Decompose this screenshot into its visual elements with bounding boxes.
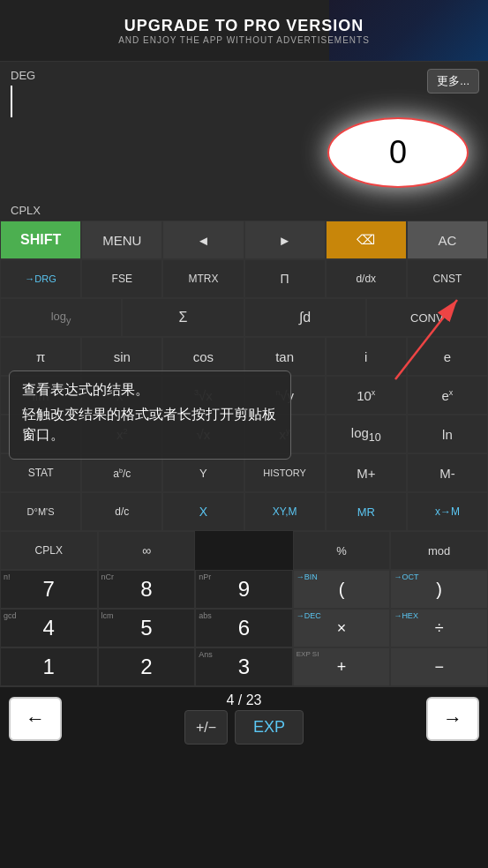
cplx-button[interactable]: CPLX <box>0 531 98 570</box>
page-indicator: 4 / 23 <box>226 692 261 708</box>
x-var-button[interactable]: X <box>162 492 244 531</box>
misc-row: CPLX ∞ % mod <box>0 531 488 570</box>
dms-button[interactable]: D°M'S <box>0 492 81 531</box>
right-arrow-icon: → <box>443 707 462 730</box>
percent-button[interactable]: % <box>293 531 391 570</box>
btn-2[interactable]: 2 <box>98 647 196 686</box>
trig-row: π sin cos tan i e <box>0 337 488 376</box>
menu-button[interactable]: MENU <box>81 221 162 259</box>
btn-8[interactable]: nCr 8 <box>98 570 196 609</box>
left-arrow-button[interactable]: ◄ <box>162 221 244 259</box>
btn-1[interactable]: 1 <box>0 647 98 686</box>
btn-plus[interactable]: EXP SI + <box>293 647 391 686</box>
abs-sublabel: abs <box>199 611 212 620</box>
log10-button[interactable]: log10 <box>326 415 407 453</box>
btn-9[interactable]: nPr 9 <box>195 570 293 609</box>
pi-button[interactable]: Π <box>244 259 326 298</box>
oct-sublabel: →OCT <box>394 572 418 581</box>
dc-button[interactable]: d/c <box>81 492 162 531</box>
btn-divide[interactable]: →HEX ÷ <box>390 609 488 647</box>
function-row-3: logy Σ ∫d CONV <box>0 298 488 337</box>
ac-button[interactable]: AC <box>407 221 488 259</box>
imaginary-button[interactable]: i <box>326 337 407 376</box>
frac-button[interactable]: ab/c <box>81 453 162 492</box>
btn-7[interactable]: n! 7 <box>0 570 98 609</box>
cube-root-button[interactable]: 3√x <box>162 376 244 415</box>
lim-button[interactable]: lim <box>0 376 81 415</box>
function-row-2: →DRG FSE MTRX Π d/dx CNST <box>0 259 488 298</box>
hex-sublabel: →HEX <box>394 611 418 620</box>
right-arrow-button[interactable]: ► <box>244 221 326 259</box>
e-power-button[interactable]: ex <box>407 376 488 415</box>
ddx-button[interactable]: d/dx <box>326 259 407 298</box>
advanced-row-2: x-1 x2 √x xy log10 ln <box>0 415 488 453</box>
next-page-button[interactable]: → <box>426 697 479 741</box>
cos-button[interactable]: cos <box>162 337 244 376</box>
ans-sublabel: Ans <box>199 650 213 659</box>
bin-sublabel: →BIN <box>297 572 318 581</box>
pi-trig-button[interactable]: π <box>0 337 81 376</box>
advanced-row-1: lim x3 3√x n√y 10x ex <box>0 376 488 415</box>
drg-button[interactable]: →DRG <box>0 259 81 298</box>
tan-button[interactable]: tan <box>244 337 326 376</box>
ln-button[interactable]: ln <box>407 415 488 453</box>
num-row-789: n! 7 nCr 8 nPr 9 →BIN ( →OCT ) <box>0 570 488 609</box>
expsi-sublabel: EXP SI <box>297 650 319 658</box>
result-display[interactable]: 0 <box>327 117 469 188</box>
xym-button[interactable]: XY,M <box>244 492 326 531</box>
num-row-456: gcd 4 lcm 5 abs 6 →DEC × →HEX ÷ <box>0 609 488 647</box>
ncr-sublabel: nCr <box>101 572 115 581</box>
infinity-button[interactable]: ∞ <box>98 531 196 570</box>
left-arrow-icon: ← <box>26 707 45 730</box>
nth-root-button[interactable]: n√y <box>244 376 326 415</box>
navigation-row: ← 4 / 23 +/− EXP → <box>0 686 488 750</box>
backspace-icon: ⌫ <box>357 232 375 248</box>
btn-minus[interactable]: − <box>390 647 488 686</box>
prev-page-button[interactable]: ← <box>9 697 62 741</box>
integral-button[interactable]: ∫d <box>244 298 366 337</box>
conv-button[interactable]: CONV <box>366 298 488 337</box>
btn-6[interactable]: abs 6 <box>195 609 293 647</box>
sigma-button[interactable]: Σ <box>122 298 244 337</box>
m-minus-button[interactable]: M- <box>407 453 488 492</box>
ten-power-button[interactable]: 10x <box>326 376 407 415</box>
x-to-m-button[interactable]: x→M <box>407 492 488 531</box>
plus-minus-button[interactable]: +/− <box>184 710 228 745</box>
mr-button[interactable]: MR <box>326 492 407 531</box>
input-line[interactable] <box>11 86 477 117</box>
display-area: DEG 更多... 0 <box>0 62 488 200</box>
memory-row-2: D°M'S d/c X XY,M MR x→M <box>0 492 488 531</box>
calculator-body: SHIFT MENU ◄ ► ⌫ AC →DRG FSE MTRX Π d/dx… <box>0 221 488 686</box>
history-button[interactable]: HISTORY <box>244 453 326 492</box>
log-y-spacer: logy <box>0 298 122 337</box>
x-inverse-button[interactable]: x-1 <box>0 415 81 453</box>
btn-open-paren[interactable]: →BIN ( <box>293 570 391 609</box>
shift-button[interactable]: SHIFT <box>0 221 81 259</box>
x-squared-button[interactable]: x2 <box>81 415 162 453</box>
m-plus-button[interactable]: M+ <box>326 453 407 492</box>
btn-multiply[interactable]: →DEC × <box>293 609 391 647</box>
x-cubed-button[interactable]: x3 <box>81 376 162 415</box>
ad-subtitle: AND ENJOY THE APP WITHOUT ADVERTISEMENTS <box>118 35 370 45</box>
fse-button[interactable]: FSE <box>81 259 162 298</box>
x-power-y-button[interactable]: xy <box>244 415 326 453</box>
stat-button[interactable]: STAT <box>0 453 81 492</box>
btn-5[interactable]: lcm 5 <box>98 609 196 647</box>
ad-banner[interactable]: UPGRADE TO PRO VERSION AND ENJOY THE APP… <box>0 0 488 62</box>
sqrt-button[interactable]: √x <box>162 415 244 453</box>
euler-button[interactable]: e <box>407 337 488 376</box>
y-button[interactable]: Y <box>162 453 244 492</box>
mod-button[interactable]: mod <box>390 531 488 570</box>
more-button[interactable]: 更多... <box>427 69 479 94</box>
deg-label: DEG <box>11 69 477 82</box>
btn-close-paren[interactable]: →OCT ) <box>390 570 488 609</box>
sin-button[interactable]: sin <box>81 337 162 376</box>
function-row-1: SHIFT MENU ◄ ► ⌫ AC <box>0 221 488 259</box>
btn-4[interactable]: gcd 4 <box>0 609 98 647</box>
mtrx-button[interactable]: MTRX <box>162 259 244 298</box>
backspace-button[interactable]: ⌫ <box>326 221 407 259</box>
npr-sublabel: nPr <box>199 572 211 581</box>
exp-button[interactable]: EXP <box>235 710 304 745</box>
btn-3[interactable]: Ans 3 <box>195 647 293 686</box>
cnst-button[interactable]: CNST <box>407 259 488 298</box>
